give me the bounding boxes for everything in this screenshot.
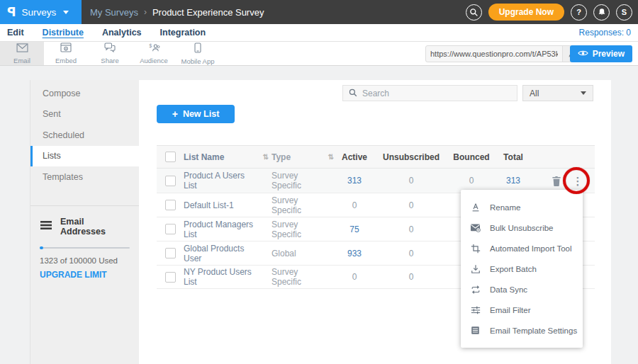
surveys-menu-label: Surveys xyxy=(21,7,56,18)
menu-item-rename[interactable]: Rename xyxy=(461,197,583,217)
tab-distribute[interactable]: Distribute xyxy=(43,28,84,38)
menu-item-label: Data Sync xyxy=(490,285,527,294)
email-addresses-widget: Email Addresses 1323 of 100000 Used UPGR… xyxy=(30,206,139,290)
tab-email[interactable]: Email xyxy=(0,42,44,65)
bounced-count: 0 xyxy=(450,176,493,186)
responses-count[interactable]: Responses: 0 xyxy=(579,28,631,38)
menu-item-email-template-settings[interactable]: Email Template Settings xyxy=(461,320,583,341)
survey-url-field-group xyxy=(425,45,581,62)
automated-import-icon xyxy=(470,243,481,254)
table-row: Product A Users List Survey Specific 313… xyxy=(157,169,595,193)
list-name-link[interactable]: Product A Users List xyxy=(184,171,260,190)
upgrade-now-button[interactable]: Upgrade Now xyxy=(488,4,564,21)
sort-icon[interactable]: ⇅ xyxy=(260,153,272,161)
questionpro-logo-icon: P xyxy=(7,5,16,19)
row-checkbox[interactable] xyxy=(165,272,176,283)
tab-share-label: Share xyxy=(101,57,118,64)
email-template-settings-icon xyxy=(470,325,481,336)
chevron-down-icon xyxy=(63,11,69,14)
sidebar-item-templates[interactable]: Templates xyxy=(30,166,139,188)
header-actions: Upgrade Now ? S xyxy=(466,4,638,21)
surveys-product-menu[interactable]: P Surveys xyxy=(0,0,82,24)
search-icon[interactable] xyxy=(466,4,482,21)
survey-url-input[interactable] xyxy=(426,50,562,58)
row-checkbox[interactable] xyxy=(165,200,176,210)
usage-text: 1323 of 100000 Used xyxy=(40,256,130,265)
survey-nav: Edit Distribute Analytics Integration Re… xyxy=(0,24,638,41)
sort-icon[interactable]: ⇅ xyxy=(325,153,337,161)
active-count[interactable]: 0 xyxy=(337,272,372,282)
sidebar-item-compose[interactable]: Compose xyxy=(30,83,139,104)
preview-button[interactable]: Preview xyxy=(570,45,632,62)
breadcrumb: My Surveys › Product Experience Survey xyxy=(90,7,264,18)
list-type: Survey Specific xyxy=(272,220,325,239)
menu-item-label: Rename xyxy=(490,203,520,212)
sidebar-item-sent[interactable]: Sent xyxy=(30,104,139,125)
menu-item-bulk-unsubscribe[interactable]: Bulk Unsubscribe xyxy=(461,217,583,238)
row-options-kebab-icon[interactable]: ⋮ xyxy=(573,176,583,186)
list-name-link[interactable]: Default List-1 xyxy=(184,200,260,210)
unsubscribed-count: 0 xyxy=(372,249,450,258)
list-name-link[interactable]: NY Product Users List xyxy=(184,267,260,287)
delete-list-trash-icon[interactable] xyxy=(552,176,561,186)
menu-item-export-batch[interactable]: Export Batch xyxy=(461,258,583,279)
help-icon[interactable]: ? xyxy=(571,4,587,21)
tab-embed[interactable]: Embed xyxy=(44,42,88,65)
row-checkbox[interactable] xyxy=(165,176,176,186)
active-count[interactable]: 313 xyxy=(337,176,372,186)
email-filter-icon xyxy=(470,305,481,315)
preview-button-label: Preview xyxy=(593,49,625,59)
svg-text:$: $ xyxy=(148,42,152,49)
tab-analytics[interactable]: Analytics xyxy=(102,28,142,38)
chevron-down-icon xyxy=(581,91,586,95)
user-avatar[interactable]: S xyxy=(616,4,632,21)
share-bubbles-icon xyxy=(104,42,116,55)
total-count[interactable]: 313 xyxy=(493,176,534,186)
tab-integration[interactable]: Integration xyxy=(160,28,206,38)
usage-progress-fill xyxy=(40,246,43,249)
tab-edit[interactable]: Edit xyxy=(7,28,24,38)
menu-item-label: Automated Import Tool xyxy=(490,244,572,253)
list-filter-value: All xyxy=(530,89,539,98)
export-batch-icon xyxy=(470,263,481,274)
breadcrumb-my-surveys[interactable]: My Surveys xyxy=(90,7,138,18)
column-header-bounced: Bounced xyxy=(450,152,493,162)
envelope-icon xyxy=(16,42,28,55)
menu-item-data-sync[interactable]: Data Sync xyxy=(461,279,583,300)
tab-share[interactable]: Share xyxy=(88,42,132,65)
active-count[interactable]: 933 xyxy=(337,249,372,258)
tab-audience-label: Audience xyxy=(140,57,168,64)
rename-icon xyxy=(470,202,481,212)
list-name-link[interactable]: Global Products User xyxy=(184,244,260,263)
active-count[interactable]: 75 xyxy=(337,224,372,234)
list-filter-dropdown[interactable]: All xyxy=(522,85,593,101)
sidebar-item-lists[interactable]: Lists xyxy=(30,146,139,167)
list-search-box xyxy=(342,85,517,101)
tab-mobile-app[interactable]: Mobile App xyxy=(176,42,220,65)
embed-window-icon xyxy=(60,42,72,55)
select-all-checkbox[interactable] xyxy=(165,152,176,162)
column-header-list-name: List Name xyxy=(184,152,260,162)
unsubscribed-count: 0 xyxy=(372,176,450,186)
list-name-link[interactable]: Product Managers List xyxy=(184,220,260,239)
table-header-row: List Name ⇅ Type ⇅ Active Unsubscribed B… xyxy=(157,145,595,169)
active-count[interactable]: 0 xyxy=(337,200,372,210)
email-addresses-title: Email Addresses xyxy=(60,217,130,237)
search-magnifier-icon xyxy=(349,87,357,100)
row-options-context-menu: Rename Bulk Unsubscribe Automated Import… xyxy=(461,190,583,348)
sidebar-item-scheduled[interactable]: Scheduled xyxy=(30,125,139,146)
column-header-total: Total xyxy=(493,152,534,162)
menu-item-email-filter[interactable]: Email Filter xyxy=(461,300,583,320)
new-list-button[interactable]: + New List xyxy=(157,105,235,123)
upgrade-limit-link[interactable]: UPGRADE LIMIT xyxy=(40,270,130,280)
row-checkbox[interactable] xyxy=(165,224,176,234)
data-sync-icon xyxy=(470,284,481,295)
unsubscribed-count: 0 xyxy=(372,200,450,210)
search-input[interactable] xyxy=(362,89,511,98)
menu-item-automated-import-tool[interactable]: Automated Import Tool xyxy=(461,238,583,258)
row-checkbox[interactable] xyxy=(165,248,176,258)
notifications-bell-icon[interactable] xyxy=(593,4,610,21)
menu-item-label: Email Filter xyxy=(490,306,531,314)
eye-icon xyxy=(578,49,588,59)
tab-audience[interactable]: $ Audience xyxy=(132,42,176,65)
